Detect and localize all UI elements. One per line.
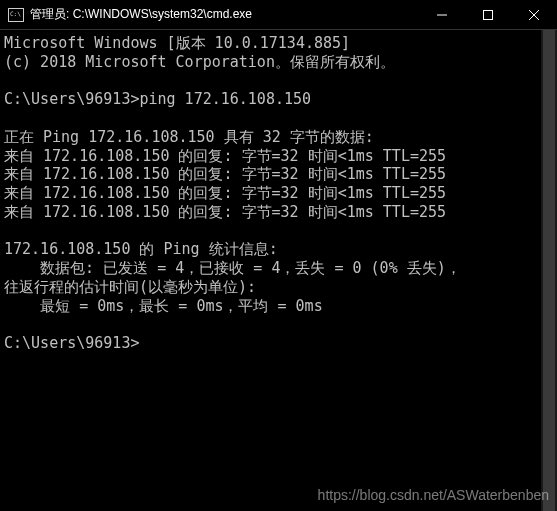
terminal-line (4, 222, 553, 241)
titlebar-left: 管理员: C:\WINDOWS\system32\cmd.exe (8, 6, 252, 23)
terminal-line: C:\Users\96913>ping 172.16.108.150 (4, 90, 553, 109)
terminal-line: 来自 172.16.108.150 的回复: 字节=32 时间<1ms TTL=… (4, 184, 553, 203)
terminal-line: 172.16.108.150 的 Ping 统计信息: (4, 240, 553, 259)
terminal-line: 来自 172.16.108.150 的回复: 字节=32 时间<1ms TTL=… (4, 165, 553, 184)
terminal-line: (c) 2018 Microsoft Corporation。保留所有权利。 (4, 53, 553, 72)
minimize-button[interactable] (419, 0, 465, 29)
terminal-line: 正在 Ping 172.16.108.150 具有 32 字节的数据: (4, 128, 553, 147)
close-button[interactable] (511, 0, 557, 29)
terminal-line (4, 315, 553, 334)
maximize-button[interactable] (465, 0, 511, 29)
window-title: 管理员: C:\WINDOWS\system32\cmd.exe (30, 6, 252, 23)
terminal-line: 来自 172.16.108.150 的回复: 字节=32 时间<1ms TTL=… (4, 203, 553, 222)
cmd-icon (8, 8, 24, 22)
terminal-line (4, 109, 553, 128)
titlebar-controls (419, 0, 557, 29)
terminal-line: 往返行程的估计时间(以毫秒为单位): (4, 278, 553, 297)
terminal-output[interactable]: Microsoft Windows [版本 10.0.17134.885](c)… (0, 30, 557, 357)
watermark: https://blog.csdn.net/ASWaterbenben (318, 487, 549, 503)
terminal-line: 数据包: 已发送 = 4，已接收 = 4，丢失 = 0 (0% 丢失)， (4, 259, 553, 278)
terminal-line: Microsoft Windows [版本 10.0.17134.885] (4, 34, 553, 53)
terminal-line: C:\Users\96913> (4, 334, 553, 353)
terminal-line: 最短 = 0ms，最长 = 0ms，平均 = 0ms (4, 297, 553, 316)
scrollbar[interactable] (541, 30, 557, 511)
svg-rect-1 (484, 10, 493, 19)
terminal-line (4, 72, 553, 91)
titlebar: 管理员: C:\WINDOWS\system32\cmd.exe (0, 0, 557, 30)
terminal-line: 来自 172.16.108.150 的回复: 字节=32 时间<1ms TTL=… (4, 147, 553, 166)
scrollbar-thumb[interactable] (543, 30, 555, 511)
